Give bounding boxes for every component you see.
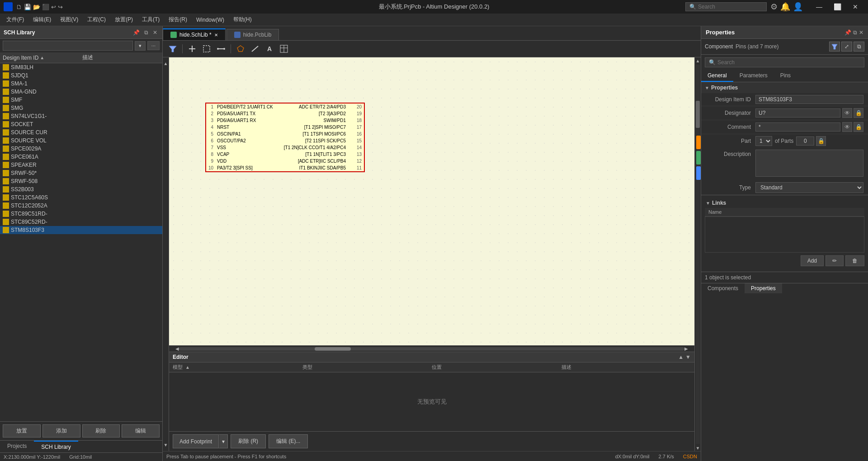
properties-pin-icon[interactable]: 📌	[844, 29, 851, 36]
list-item[interactable]: STC12C5A60S	[0, 193, 162, 202]
add-tool-button[interactable]	[186, 42, 198, 55]
wire-tool-button[interactable]	[215, 42, 227, 55]
menu-help[interactable]: 帮助(H)	[229, 14, 256, 25]
panel-close-icon[interactable]: ✕	[151, 28, 159, 37]
line-tool-button[interactable]	[249, 42, 261, 55]
tb-icon-4[interactable]: ⬛	[42, 4, 49, 10]
add-button[interactable]: 添加	[42, 424, 80, 437]
comment-lock-button[interactable]: 🔒	[854, 122, 863, 132]
select-tool-button[interactable]	[200, 42, 213, 55]
list-item[interactable]: SMA-GND	[0, 88, 162, 96]
list-item[interactable]: STC89C52RD-	[0, 218, 162, 226]
tab-pins[interactable]: Pins	[774, 70, 797, 82]
scroll-right-arrow[interactable]: ▶	[684, 346, 688, 351]
properties-section-header[interactable]: ▼ Properties	[701, 82, 868, 93]
more-comp-button[interactable]: ⧉	[854, 42, 864, 52]
list-item[interactable]: SS2B003	[0, 185, 162, 193]
of-parts-value[interactable]	[796, 136, 814, 146]
links-add-button[interactable]: Add	[801, 255, 824, 266]
links-delete-button[interactable]: 🗑	[845, 255, 864, 266]
undo-btn[interactable]: ↩	[51, 4, 56, 10]
list-item[interactable]: SIM83LH	[0, 63, 162, 71]
list-item[interactable]: SOURCE VOL	[0, 136, 162, 145]
menu-view[interactable]: 视图(V)	[56, 14, 83, 25]
delete-footprint-button[interactable]: 刷除 (R)	[231, 434, 266, 448]
library-options-button[interactable]: ···	[147, 41, 160, 50]
scroll-thumb-vertical[interactable]	[696, 101, 700, 128]
schematic-canvas[interactable]: 1 PD4/BEEP/T2 1/UART1 CK ADC ETR/T2 2/A4…	[169, 57, 694, 345]
design-item-id-header[interactable]: Design Item ID ▲	[3, 55, 80, 61]
comment-visibility-button[interactable]: 👁	[842, 122, 852, 132]
notification-icon[interactable]: 🔔	[780, 2, 790, 12]
list-item-selected[interactable]: STM8S103F3	[0, 226, 162, 234]
expand-comp-button[interactable]: ⤢	[841, 42, 852, 52]
list-item[interactable]: SPCE0029A	[0, 145, 162, 153]
library-search-dropdown[interactable]: ▾	[135, 41, 146, 51]
maximize-button[interactable]: ⬜	[828, 0, 846, 14]
collapse-up[interactable]: ▲	[164, 57, 168, 254]
edit-footprint-button[interactable]: 编辑 (E)...	[269, 434, 308, 448]
tab-parameters[interactable]: Parameters	[733, 70, 774, 82]
list-item[interactable]: SMA-1	[0, 80, 162, 88]
list-item[interactable]: SN74LVC1G1-	[0, 112, 162, 120]
edit-button[interactable]: 编辑	[122, 424, 160, 437]
schlib-tab-close[interactable]: ✕	[214, 33, 218, 38]
tab-general[interactable]: General	[701, 70, 733, 82]
filter-button[interactable]	[166, 42, 179, 55]
menu-project[interactable]: 工程(C)	[83, 14, 110, 25]
list-item[interactable]: SMG	[0, 104, 162, 112]
filter-comp-button[interactable]	[829, 42, 840, 52]
tab-projects[interactable]: Projects	[0, 441, 34, 452]
type-select[interactable]: Standard Mechanical	[755, 182, 863, 193]
editor-collapse-down[interactable]: ▼	[685, 354, 691, 360]
list-item[interactable]: SJDQ1	[0, 71, 162, 80]
design-item-id-input[interactable]	[755, 95, 863, 104]
minimize-button[interactable]: —	[810, 0, 828, 14]
tb-icon-1[interactable]: 🗋	[16, 4, 22, 10]
scroll-left-arrow[interactable]: ◀	[175, 346, 179, 351]
properties-close-icon[interactable]: ✕	[859, 29, 863, 36]
add-footprint-dropdown[interactable]: ▾	[219, 434, 228, 448]
list-item[interactable]: SOCKET	[0, 120, 162, 128]
menu-place[interactable]: 放置(P)	[110, 14, 137, 25]
titlebar-search-box[interactable]: 🔍	[685, 2, 767, 11]
panel-float-icon[interactable]: ⧉	[143, 28, 150, 37]
tab-properties[interactable]: Properties	[745, 283, 782, 293]
menu-reports[interactable]: 报告(R)	[164, 14, 192, 25]
part-select[interactable]: 1	[755, 136, 772, 146]
delete-button[interactable]: 刷除	[82, 424, 120, 437]
parts-lock-button[interactable]: 🔒	[816, 136, 826, 146]
links-edit-button[interactable]: ✏	[826, 255, 844, 266]
scroll-thumb-horizontal[interactable]	[315, 347, 351, 351]
links-section-header[interactable]: ▼ Links	[705, 198, 864, 208]
comment-input[interactable]	[755, 122, 840, 132]
designator-visibility-button[interactable]: 👁	[842, 108, 852, 118]
designator-input[interactable]	[755, 108, 840, 118]
designator-lock-button[interactable]: 🔒	[854, 108, 863, 118]
add-footprint-button[interactable]: Add Footprint	[173, 434, 219, 448]
editor-collapse-up[interactable]: ▲	[678, 354, 684, 360]
redo-btn[interactable]: ↪	[58, 4, 63, 10]
list-item[interactable]: SOURCE CUR	[0, 128, 162, 136]
list-item[interactable]: STC89C51RD-	[0, 210, 162, 218]
titlebar-search-input[interactable]	[698, 4, 761, 10]
settings-icon[interactable]: ⚙	[770, 2, 778, 12]
description-textarea[interactable]	[755, 150, 863, 177]
list-item[interactable]: SPEAKER	[0, 161, 162, 169]
polygon-tool-button[interactable]	[234, 42, 247, 55]
properties-search-input[interactable]	[717, 59, 860, 66]
list-item[interactable]: SPCE061A	[0, 153, 162, 161]
panel-pin-icon[interactable]: 📌	[132, 28, 141, 37]
tab-pcblib[interactable]: hide.PcbLib	[226, 29, 279, 40]
menu-edit[interactable]: 编辑(E)	[28, 14, 56, 25]
tb-icon-3[interactable]: 📂	[33, 4, 40, 10]
close-button[interactable]: ✕	[846, 0, 864, 14]
scroll-up-arrow[interactable]: ▲	[695, 57, 701, 64]
menu-tools[interactable]: 工具(T)	[137, 14, 164, 25]
library-search-input[interactable]	[3, 41, 133, 51]
properties-float-icon[interactable]: ⧉	[853, 29, 857, 36]
menu-file[interactable]: 文件(F)	[2, 14, 28, 25]
tb-icon-2[interactable]: 💾	[24, 4, 31, 10]
horizontal-scrollbar[interactable]: ◀ ▶	[169, 345, 694, 352]
menu-window[interactable]: Window(W)	[192, 15, 229, 25]
